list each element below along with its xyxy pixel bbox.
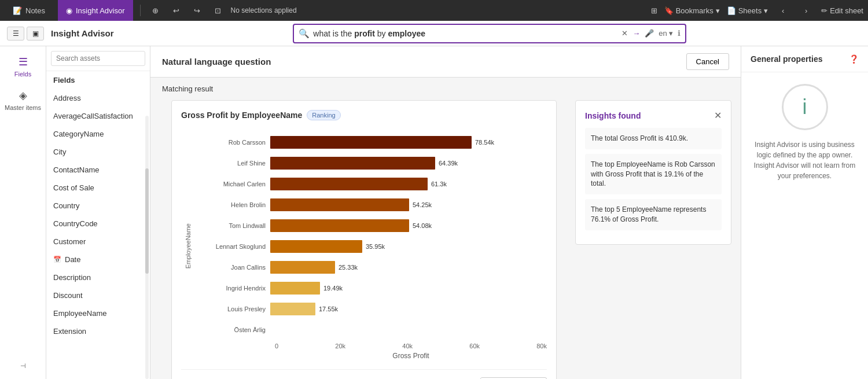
clear-search-icon[interactable]: ✕ bbox=[621, 29, 628, 38]
chart-card: Gross Profit by EmployeeName Ranking Emp… bbox=[171, 100, 557, 379]
field-item-cost-of-sale[interactable]: Cost of Sale bbox=[46, 179, 150, 197]
chart-options-icon[interactable]: ⚙ bbox=[459, 377, 476, 379]
field-label: Extension bbox=[53, 327, 86, 336]
bar-row: Louis Presley 17.55k bbox=[195, 299, 547, 319]
bar-fill bbox=[270, 303, 315, 315]
toggle-right-panel[interactable]: ▣ bbox=[27, 27, 44, 41]
lang-selector[interactable]: en ▾ bbox=[659, 29, 673, 38]
search-icon: 🔍 bbox=[299, 28, 310, 39]
bar-row: Rob Carsson 78.54k bbox=[195, 132, 547, 153]
bar-fill bbox=[270, 282, 320, 295]
search-controls: ✕ → 🎤 en ▾ ℹ bbox=[621, 29, 681, 38]
x-tick-20k: 20k bbox=[335, 343, 345, 349]
bar-row: Östen Ärlig bbox=[195, 319, 547, 340]
field-item-country[interactable]: Country bbox=[46, 197, 150, 215]
second-bar: ☰ ▣ Insight Advisor 🔍 what is the profit… bbox=[0, 21, 868, 46]
edit-sheet-btn[interactable]: ✏ Edit sheet bbox=[821, 6, 863, 15]
x-axis: 0 20k 40k 60k 80k bbox=[275, 340, 547, 349]
selection-icon[interactable]: ⊡ bbox=[210, 2, 226, 19]
right-panel-help-icon[interactable]: ❓ bbox=[849, 54, 859, 64]
bar-label: Helen Brolin bbox=[195, 201, 270, 208]
bar-fill bbox=[270, 178, 428, 190]
grid-icon[interactable]: ⊞ bbox=[651, 6, 657, 15]
bar-label: Östen Ärlig bbox=[195, 326, 270, 333]
insights-close-icon[interactable]: ✕ bbox=[714, 110, 722, 121]
bar-label: Ingrid Hendrix bbox=[195, 285, 270, 292]
y-axis-label-container: EmployeeName bbox=[181, 132, 195, 360]
top-bar: 📝 Notes ◉ Insight Advisor ⊕ ↩ ↪ ⊡ No sel… bbox=[0, 0, 868, 21]
field-item-country-code[interactable]: CountryCode bbox=[46, 215, 150, 233]
field-label: CountryCode bbox=[53, 219, 98, 228]
field-item-address[interactable]: Address bbox=[46, 89, 150, 107]
field-label: CategoryName bbox=[53, 130, 104, 138]
info-icon[interactable]: ℹ bbox=[678, 29, 681, 38]
insight-icon: ◉ bbox=[66, 6, 72, 15]
right-panel-header: General properties ❓ bbox=[741, 46, 868, 72]
undo-icon[interactable]: ↩ bbox=[168, 2, 185, 19]
field-item-extension[interactable]: Extension bbox=[46, 322, 150, 340]
prev-sheet-icon[interactable]: ‹ bbox=[775, 2, 791, 19]
fields-icon: ☰ bbox=[19, 56, 28, 68]
bar-row: Ingrid Hendrix 19.49k bbox=[195, 278, 547, 299]
bar-container: 64.39k bbox=[270, 157, 547, 170]
search-submit-icon[interactable]: → bbox=[632, 29, 640, 38]
fields-scrollbar[interactable] bbox=[145, 116, 149, 379]
cancel-button[interactable]: Cancel bbox=[686, 53, 729, 70]
y-axis-label: EmployeeName bbox=[185, 223, 192, 268]
bar-fill bbox=[270, 240, 362, 253]
x-axis-label: Gross Profit bbox=[275, 352, 547, 360]
info-circle: i bbox=[782, 84, 828, 130]
field-item-city[interactable]: City bbox=[46, 143, 150, 161]
sheets-btn[interactable]: 📄 Sheets ▾ bbox=[727, 6, 768, 15]
chart-footer: ⚙ Add to sheet ▾ bbox=[181, 369, 547, 379]
query-profit: profit bbox=[354, 29, 375, 38]
x-tick-60k: 60k bbox=[469, 343, 480, 349]
sidebar-item-fields[interactable]: ☰ Fields bbox=[0, 51, 46, 82]
selections-bar: No selections applied bbox=[231, 6, 297, 14]
bar-container bbox=[270, 323, 547, 336]
mic-icon[interactable]: 🎤 bbox=[645, 29, 654, 38]
bookmarks-btn[interactable]: 🔖 Bookmarks ▾ bbox=[664, 6, 720, 15]
bar-chart: EmployeeName Rob Carsson 78.54k Leif Shi… bbox=[181, 127, 547, 365]
sidebar-item-master-items[interactable]: ◈ Master items bbox=[0, 84, 46, 116]
field-item-employee-name[interactable]: EmployeeName bbox=[46, 304, 150, 322]
field-label: City bbox=[53, 148, 66, 156]
tab-notes[interactable]: 📝 Notes bbox=[5, 0, 53, 21]
bar-container: 35.95k bbox=[270, 240, 547, 253]
sheets-icon: 📄 bbox=[727, 6, 736, 15]
zoom-icon[interactable]: ⊕ bbox=[148, 2, 164, 19]
next-sheet-icon[interactable]: › bbox=[798, 2, 814, 19]
field-item-discount[interactable]: Discount bbox=[46, 286, 150, 304]
insight-item-2: The top 5 EmployeeName represents 76.1% … bbox=[585, 199, 722, 230]
tab-insight-advisor[interactable]: ◉ Insight Advisor bbox=[58, 0, 133, 21]
bar-label: Joan Callins bbox=[195, 264, 270, 271]
field-label: Address bbox=[53, 94, 81, 102]
field-item-customer[interactable]: Customer bbox=[46, 233, 150, 251]
field-item-average-call[interactable]: AverageCallSatisfaction bbox=[46, 107, 150, 125]
panel-toggle: ☰ ▣ bbox=[7, 27, 44, 41]
search-assets-input[interactable] bbox=[51, 51, 145, 66]
query-employee: employee bbox=[388, 29, 425, 38]
toggle-left-panel[interactable]: ☰ bbox=[7, 27, 24, 41]
field-item-contact-name[interactable]: ContactName bbox=[46, 161, 150, 179]
bar-container: 61.3k bbox=[270, 178, 547, 190]
query-prefix: what is the bbox=[313, 29, 354, 38]
sheets-chevron: ▾ bbox=[764, 6, 768, 15]
field-item-date[interactable]: 📅 Date bbox=[46, 251, 150, 268]
tab-insight-label: Insight Advisor bbox=[76, 6, 125, 15]
field-item-description[interactable]: Description bbox=[46, 268, 150, 286]
sidebar-collapse-btn[interactable]: ⊣ bbox=[18, 358, 28, 374]
field-item-category-name[interactable]: CategoryName bbox=[46, 125, 150, 143]
redo-icon[interactable]: ↪ bbox=[189, 2, 205, 19]
fields-panel-header: Fields bbox=[46, 71, 150, 89]
bar-row: Tom Lindwall 54.08k bbox=[195, 215, 547, 236]
bar-label: Rob Carsson bbox=[195, 139, 270, 146]
field-label: Discount bbox=[53, 291, 83, 300]
panel-heading: Natural language question bbox=[162, 57, 271, 67]
search-query[interactable]: what is the profit by employee bbox=[313, 29, 618, 38]
field-label: Cost of Sale bbox=[53, 183, 94, 192]
search-bar: 🔍 what is the profit by employee ✕ → 🎤 e… bbox=[293, 24, 686, 43]
bar-fill bbox=[270, 198, 409, 211]
field-label: Customer bbox=[53, 237, 86, 246]
insights-title: Insights found bbox=[585, 111, 641, 120]
